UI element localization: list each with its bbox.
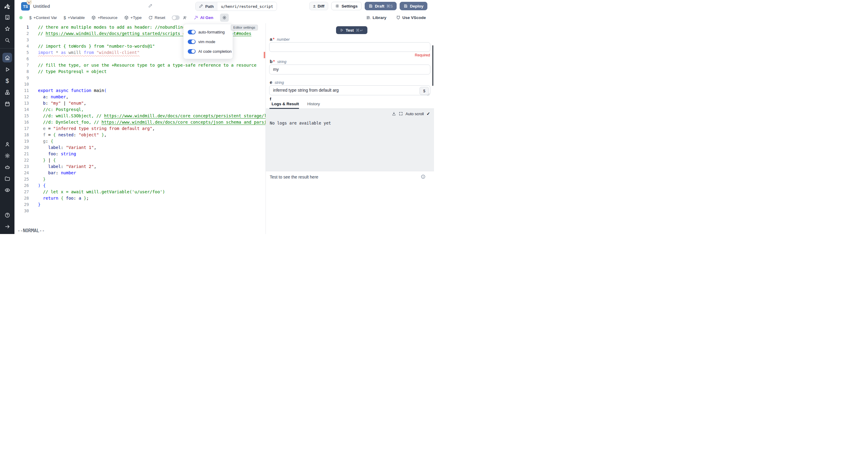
use-vscode-button[interactable]: Use VScode <box>396 16 426 20</box>
sidebar-robot-icon[interactable] <box>3 163 12 172</box>
gear-icon <box>335 4 339 8</box>
magic-wand-icon <box>194 16 198 20</box>
logs-controls: Auto scroll ✓ <box>392 111 430 116</box>
panel-scrollbar[interactable] <box>432 45 433 86</box>
AI-code-completion-toggle[interactable] <box>188 49 195 54</box>
windmill-logo-icon[interactable] <box>3 2 12 11</box>
active-tab-underline <box>270 108 299 109</box>
sidebar-calendar-icon[interactable] <box>3 99 12 108</box>
sidebar-eye-icon[interactable] <box>3 185 12 195</box>
download-logs-icon[interactable] <box>392 112 396 116</box>
field-input-b[interactable]: my <box>269 64 430 75</box>
tab-history[interactable]: History <box>307 101 320 106</box>
add-variable-button[interactable]: $+Variable <box>64 16 85 20</box>
editor-toolbar: $+Context Var $+Variable +Resource +Type… <box>14 12 434 24</box>
editor-settings-tooltip: Editor settings <box>231 25 258 30</box>
code-line[interactable]: 22 } | { <box>14 157 266 164</box>
code-line[interactable]: 19 g: { <box>14 138 266 144</box>
code-line[interactable]: 26) { <box>14 182 266 189</box>
script-title[interactable]: Untitled <box>33 4 50 9</box>
code-line[interactable]: 18 f = { nested: "object" }, <box>14 132 266 138</box>
sidebar-gear-icon[interactable] <box>3 151 12 160</box>
add-context-var-button[interactable]: $+Context Var <box>29 16 57 20</box>
sidebar: $ <box>0 0 14 234</box>
sidebar-building-icon[interactable] <box>3 13 12 22</box>
code-line[interactable]: 14 //c: Postgresql, <box>14 107 266 113</box>
code-line[interactable]: 23 label: "Variant 2", <box>14 164 266 170</box>
sidebar-top-group <box>0 11 14 46</box>
field-input-a[interactable] <box>269 42 430 52</box>
code-line[interactable]: 7// fill the type, or use the +Resource … <box>14 62 266 68</box>
line-number: 7 <box>14 62 29 68</box>
code-line[interactable]: 16 //d: DynSelect_foo, // https://www.wi… <box>14 119 266 125</box>
code-line[interactable]: 10 <box>14 81 266 87</box>
code-line[interactable]: 21 foo: string <box>14 151 266 157</box>
settings-button[interactable]: Settings <box>331 2 361 10</box>
line-number: 12 <box>14 94 29 100</box>
code-line[interactable]: 27 // let x = await wmill.getVariable('u… <box>14 189 266 195</box>
line-number: 3 <box>14 37 29 43</box>
line-number: 14 <box>14 107 29 113</box>
editor-setting-row: vim mode <box>188 37 233 47</box>
line-number: 17 <box>14 125 29 132</box>
path-chip[interactable]: Path u/henri/restored_script <box>195 2 277 11</box>
draft-button[interactable]: Draft⌘S <box>365 2 397 10</box>
sidebar-search-icon[interactable] <box>3 36 12 45</box>
editor-setting-row: AI code completion <box>188 47 233 56</box>
sidebar-dollar-icon[interactable]: $ <box>3 76 12 85</box>
autoscroll-checkbox[interactable]: ✓ <box>427 111 430 116</box>
deploy-button[interactable]: Deploy <box>400 2 427 10</box>
sidebar-cubes-icon[interactable] <box>3 88 12 97</box>
sidebar-help-icon[interactable] <box>3 210 12 220</box>
field-label-b: b*string <box>270 59 286 64</box>
diff-button[interactable]: ±Diff <box>309 2 329 10</box>
info-icon[interactable] <box>421 174 426 179</box>
edit-title-pencil-icon[interactable] <box>148 4 153 9</box>
sidebar-star-icon[interactable] <box>3 24 12 33</box>
code-line[interactable]: 9 <box>14 75 266 81</box>
sidebar-user-icon[interactable] <box>3 140 12 149</box>
code-line[interactable]: 24 bar: number <box>14 170 266 176</box>
code-line[interactable]: 13 b: "my" | "enum", <box>14 100 266 107</box>
code-line[interactable]: 30 <box>14 208 266 214</box>
sidebar-lower-group <box>0 138 14 196</box>
windmill-script-editor: $ TS Untitled Path u/henri/restored_scri… <box>0 0 434 234</box>
code-line[interactable]: 29} <box>14 201 266 208</box>
add-type-button[interactable]: +Type <box>124 16 142 20</box>
library-button[interactable]: Library <box>366 16 386 20</box>
sidebar-play-icon[interactable] <box>3 65 12 74</box>
dollar-icon: $ <box>29 16 32 20</box>
code-line[interactable]: 25 } <box>14 176 266 182</box>
code-line[interactable]: 17 e = "inferred type string from defaul… <box>14 125 266 132</box>
package-icon <box>91 16 96 20</box>
sidebar-folder-icon[interactable] <box>3 174 12 183</box>
reset-button[interactable]: Reset <box>148 16 165 20</box>
code-line[interactable]: 12 a: number, <box>14 94 266 100</box>
code-line[interactable]: 20 label: "Variant 1", <box>14 144 266 151</box>
code-line[interactable]: 28 return { foo: a }; <box>14 195 266 201</box>
field-input-e[interactable]: inferred type string from default arg$ <box>269 85 430 95</box>
auto-formatting-toggle[interactable] <box>188 30 195 34</box>
line-number: 30 <box>14 208 29 214</box>
ai-gen-button[interactable]: AI Gen <box>194 16 213 20</box>
logs-tabs-bar: Logs & ResultHistory <box>266 100 434 109</box>
test-button[interactable]: Test⌘↵ <box>336 26 367 34</box>
resize-grip-icon[interactable] <box>427 92 430 95</box>
sidebar-home-icon[interactable] <box>2 53 12 62</box>
expand-logs-icon[interactable] <box>399 112 403 116</box>
collab-users-icon[interactable] <box>183 16 187 20</box>
field-label-a: a*number <box>270 36 290 41</box>
add-resource-button[interactable]: +Resource <box>91 16 118 20</box>
sidebar-arrow-right-icon[interactable] <box>3 222 12 231</box>
autoscroll-label: Auto scroll <box>406 112 424 116</box>
field-label-f-clipped: f <box>270 96 271 100</box>
code-line[interactable]: 11export async function main( <box>14 87 266 94</box>
code-line[interactable]: 15 //d: wmill.S3Object, // https://www.w… <box>14 113 266 119</box>
line-number: 20 <box>14 144 29 151</box>
collab-toggle[interactable] <box>172 16 180 20</box>
toggle-label: vim mode <box>198 39 215 44</box>
vim-mode-toggle[interactable] <box>188 39 195 44</box>
tab-logs-result[interactable]: Logs & Result <box>272 101 299 106</box>
editor-settings-gear-button[interactable] <box>220 13 229 22</box>
code-line[interactable]: 8// type Postgresql = object <box>14 68 266 75</box>
